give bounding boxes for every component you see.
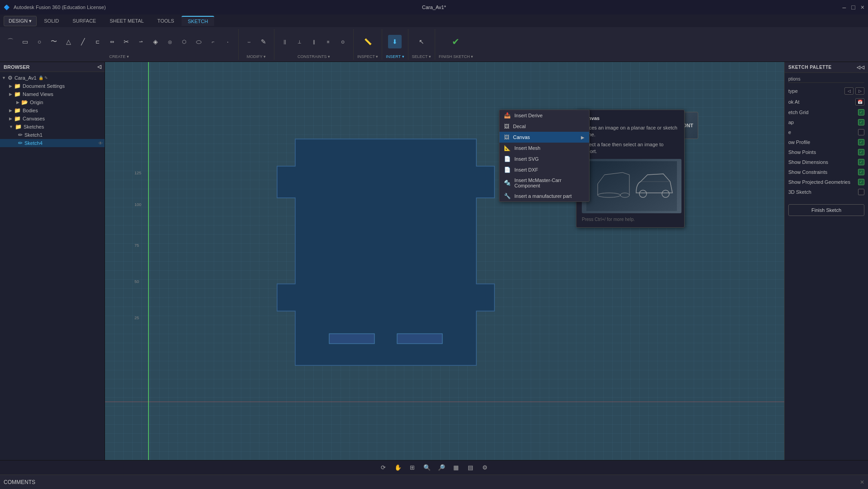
circle-tool[interactable]: ○ bbox=[33, 35, 46, 48]
menu-decal[interactable]: 🖼 Decal bbox=[499, 121, 589, 132]
spline-tool[interactable]: 〜 bbox=[47, 35, 61, 48]
finish-sketch-icon[interactable]: ✔ bbox=[449, 35, 463, 48]
origin-label: Origin bbox=[30, 100, 43, 105]
canvas-area[interactable]: 125 100 75 50 25 FRONT 📥 Insert Derive 🖼… bbox=[105, 62, 784, 460]
show-profile-checkbox[interactable] bbox=[858, 139, 864, 145]
constraint-tool-2[interactable]: ⊥ bbox=[293, 35, 306, 48]
show-constraints-checkbox[interactable] bbox=[858, 169, 864, 175]
design-dropdown[interactable]: DESIGN ▾ bbox=[4, 16, 37, 26]
create-label[interactable]: CREATE ▾ bbox=[109, 53, 129, 59]
browser-collapse-icon[interactable]: ◁ bbox=[97, 64, 101, 70]
title-bar: 🔷 Autodesk Fusion 360 (Education License… bbox=[0, 0, 868, 14]
select-button[interactable]: ↖ bbox=[415, 35, 428, 48]
constraint-tool-5[interactable]: ⊙ bbox=[336, 35, 350, 48]
inspect-label[interactable]: INSPECT ▾ bbox=[357, 53, 378, 59]
sketch-palette-pin-icon[interactable]: ◁◁ bbox=[857, 65, 864, 70]
menu-canvas[interactable]: 🖼 Canvas ▶ bbox=[499, 132, 589, 143]
show-constraints-label: Show Constraints bbox=[788, 169, 858, 175]
ruler-125: 125 bbox=[134, 171, 141, 175]
tab-surface[interactable]: SURFACE bbox=[66, 16, 102, 25]
browser-item-bodies[interactable]: ▶ 📁 Bodies bbox=[0, 106, 105, 115]
tab-tools[interactable]: TOOLS bbox=[151, 16, 181, 25]
bottom-tool-zoom-window[interactable]: 🔍 bbox=[422, 462, 432, 473]
finish-sketch-button[interactable]: Finish Sketch bbox=[788, 204, 864, 216]
menu-insert-derive[interactable]: 📥 Insert Derive bbox=[499, 110, 589, 121]
trim-tool[interactable]: ✂ bbox=[120, 35, 133, 48]
modify-tool-1[interactable]: ↔ bbox=[242, 35, 256, 48]
3d-sketch-checkbox[interactable] bbox=[858, 189, 864, 195]
modify-label[interactable]: MODIFY ▾ bbox=[247, 53, 266, 59]
project-tool[interactable]: ◈ bbox=[149, 35, 162, 48]
triangle-tool[interactable]: △ bbox=[62, 35, 75, 48]
svg-rect-3 bbox=[586, 161, 677, 211]
canvas-icon: 🖼 bbox=[504, 134, 509, 140]
modify-tool-2[interactable]: ✎ bbox=[257, 35, 270, 48]
bottom-tool-pan[interactable]: ✋ bbox=[393, 462, 403, 473]
mirror-tool[interactable]: ⇔ bbox=[105, 35, 119, 48]
menu-insert-mcmaster[interactable]: 🔩 Insert McMaster-Carr Component bbox=[499, 175, 589, 191]
point-tool[interactable]: · bbox=[221, 35, 235, 48]
browser-item-sketches[interactable]: ▼ 📁 Sketches bbox=[0, 123, 105, 131]
show-points-checkbox[interactable] bbox=[858, 149, 864, 155]
browser-item-sketch1[interactable]: ✏ Sketch1 bbox=[0, 131, 105, 139]
bottom-tool-orbit[interactable]: ⟳ bbox=[378, 462, 389, 473]
menu-insert-mesh[interactable]: 📐 Insert Mesh bbox=[499, 143, 589, 153]
slice-checkbox[interactable] bbox=[858, 129, 864, 135]
type-btn-1[interactable]: ◁ bbox=[844, 87, 854, 95]
tooltip-title: Canvas bbox=[582, 115, 679, 121]
tab-sheet-metal[interactable]: SHEET METAL bbox=[103, 16, 150, 25]
bottom-tool-settings[interactable]: ⚙ bbox=[480, 462, 490, 473]
slice-label: e bbox=[788, 129, 858, 135]
folder-icon: 📂 bbox=[21, 99, 28, 105]
constraints-label[interactable]: CONSTRAINTS ▾ bbox=[297, 53, 330, 59]
comments-close-icon[interactable]: ✕ bbox=[860, 479, 864, 485]
snap-checkbox[interactable] bbox=[858, 119, 864, 125]
constraint-tool-1[interactable]: || bbox=[278, 35, 292, 48]
tab-sketch[interactable]: SKETCH bbox=[182, 16, 215, 26]
rect-tool[interactable]: ▭ bbox=[18, 35, 32, 48]
menu-insert-dxf[interactable]: 📄 Insert DXF bbox=[499, 164, 589, 175]
tab-solid[interactable]: SOLID bbox=[38, 16, 65, 25]
fillet-tool[interactable]: ⌐ bbox=[206, 35, 220, 48]
offset-tool[interactable]: ⊏ bbox=[91, 35, 104, 48]
line-tool[interactable]: ╱ bbox=[76, 35, 90, 48]
browser-item-sketch4[interactable]: ✏ Sketch4 👁 bbox=[0, 139, 105, 147]
browser-item-origin[interactable]: ▶ 📂 Origin bbox=[0, 98, 105, 106]
item-icons: 🔒 ✎ bbox=[38, 76, 48, 80]
browser-item-root[interactable]: ▼ ⚙ Cara_Av1 🔒 ✎ bbox=[0, 74, 105, 82]
browser-item-doc-settings[interactable]: ▶ 📁 Document Settings bbox=[0, 82, 105, 90]
bottom-tool-display1[interactable]: ▦ bbox=[451, 462, 461, 473]
select-label[interactable]: SELECT ▾ bbox=[412, 53, 431, 59]
bottom-tool-display2[interactable]: ▤ bbox=[465, 462, 476, 473]
constraint-tool-4[interactable]: ≡ bbox=[321, 35, 335, 48]
type-btn-2[interactable]: ▷ bbox=[855, 87, 864, 95]
slot-tool[interactable]: ⬭ bbox=[192, 35, 206, 48]
arc-tool[interactable]: ⌒ bbox=[4, 35, 17, 48]
bottom-tool-zoom-fit[interactable]: ⊞ bbox=[407, 462, 418, 473]
menu-insert-svg[interactable]: 📄 Insert SVG bbox=[499, 153, 589, 164]
show-projected-checkbox[interactable] bbox=[858, 179, 864, 185]
maximize-button[interactable]: □ bbox=[851, 4, 855, 11]
inspect-tool-1[interactable]: 📏 bbox=[361, 35, 374, 48]
browser-item-canvases[interactable]: ▶ 📁 Canvases bbox=[0, 115, 105, 123]
hex-tool[interactable]: ⬡ bbox=[177, 35, 191, 48]
palette-row-sketch-grid: etch Grid bbox=[788, 107, 864, 117]
sketch-grid-checkbox[interactable] bbox=[858, 109, 864, 115]
extend-tool[interactable]: ⇀ bbox=[134, 35, 148, 48]
show-dimensions-checkbox[interactable] bbox=[858, 159, 864, 165]
insert-svg-icon: 📄 bbox=[504, 156, 511, 162]
menu-insert-manufacturer[interactable]: 🔧 Insert a manufacturer part bbox=[499, 191, 589, 201]
file-name: Cara_Av1* bbox=[422, 5, 446, 10]
insert-label[interactable]: INSERT ▾ bbox=[386, 53, 404, 59]
finish-sketch-label[interactable]: FINISH SKETCH ▾ bbox=[439, 53, 473, 59]
minimize-button[interactable]: – bbox=[843, 4, 846, 11]
bottom-tool-zoom[interactable]: 🔎 bbox=[436, 462, 447, 473]
ok-at-btn[interactable]: 📅 bbox=[855, 98, 864, 105]
constraint-tool-3[interactable]: ∥ bbox=[307, 35, 321, 48]
folder-icon: 📁 bbox=[14, 91, 21, 97]
close-button[interactable]: × bbox=[861, 4, 864, 11]
browser-item-named-views[interactable]: ▶ 📁 Named Views bbox=[0, 90, 105, 98]
insert-dxf-icon: 📄 bbox=[504, 167, 511, 173]
insert-button[interactable]: ⬇ bbox=[388, 35, 402, 48]
circle2-tool[interactable]: ◎ bbox=[163, 35, 177, 48]
